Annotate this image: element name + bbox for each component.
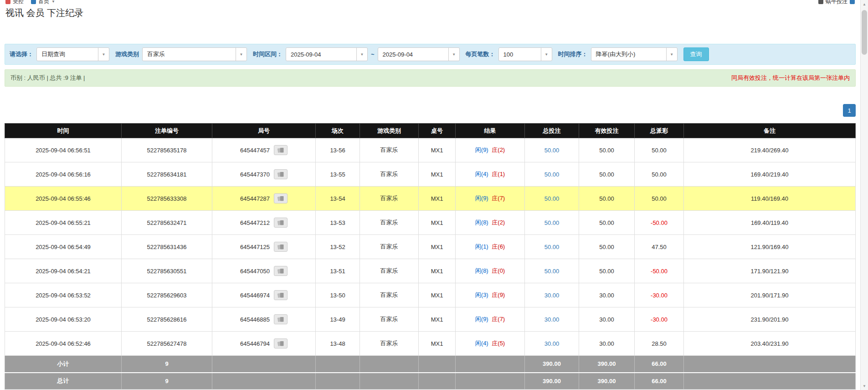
- time-sort-select[interactable]: 降幂(由大到小) ▼: [591, 47, 678, 61]
- filter-bar: 请选择： 日期查询 ▼ 游戏类别 百家乐 ▼ 时间区间： 2025-09-04 …: [5, 44, 856, 65]
- cards-icon: [277, 220, 284, 226]
- scrollbar-thumb[interactable]: [862, 10, 867, 55]
- cell-round: 645446885: [212, 307, 316, 332]
- round-id: 645447370: [240, 171, 270, 178]
- column-header: 总投注: [525, 124, 579, 138]
- cell-game-type: 百家乐: [360, 283, 419, 307]
- cell-result: 闲(4) 庄(5): [456, 332, 525, 356]
- cell-round: 645447370: [212, 162, 316, 187]
- view-cards-button[interactable]: [274, 338, 288, 348]
- cell-result: 闲(9) 庄(7): [456, 307, 525, 332]
- round-id: 645447050: [240, 268, 270, 275]
- view-cards-button[interactable]: [274, 169, 288, 179]
- per-page-label: 每页笔数：: [466, 50, 495, 58]
- chevron-down-icon: ▼: [666, 48, 677, 61]
- cell-session: 13-55: [316, 162, 360, 187]
- cell-round: 645447125: [212, 235, 316, 259]
- table-row: 2025-09-04 06:56:51 522785635178 6454474…: [5, 138, 856, 162]
- cell-result: 闲(8) 庄(2): [456, 211, 525, 235]
- round-id: 645447212: [240, 219, 270, 226]
- cell-time: 2025-09-04 06:55:46: [5, 187, 122, 211]
- cell-table-no: MX1: [419, 307, 456, 332]
- cards-icon: [277, 172, 284, 177]
- total-bet-link[interactable]: 50.00: [544, 244, 560, 250]
- cell-time: 2025-09-04 06:54:21: [5, 259, 122, 283]
- cell-bet-id: 522785635178: [122, 138, 212, 162]
- view-cards-button[interactable]: [274, 145, 288, 155]
- time-sort-label: 时间排序：: [558, 50, 588, 58]
- date-from-select[interactable]: 2025-09-04 ▼: [286, 47, 368, 61]
- per-page-select[interactable]: 100 ▼: [498, 47, 552, 61]
- cell-session: 13-49: [316, 307, 360, 332]
- page-button[interactable]: 1: [843, 104, 856, 117]
- view-cards-button[interactable]: [274, 290, 288, 300]
- cell-session: 13-53: [316, 211, 360, 235]
- chevron-down-icon: ▼: [236, 48, 247, 61]
- date-to-select[interactable]: 2025-09-04 ▼: [378, 47, 460, 61]
- table-row: 2025-09-04 06:54:49 522785631436 6454471…: [5, 235, 856, 259]
- round-id: 645447457: [240, 147, 270, 154]
- total-count: 9: [122, 373, 212, 390]
- view-cards-button[interactable]: [274, 193, 288, 203]
- table-row: 2025-09-04 06:56:16 522785634181 6454473…: [5, 162, 856, 187]
- top-chrome-strip: 受控 首页 ▼ 蜗牛投注: [5, 0, 856, 6]
- cell-table-no: MX1: [419, 283, 456, 307]
- topbar-item-home[interactable]: 首页 ▼: [31, 0, 55, 5]
- game-type-select[interactable]: 百家乐 ▼: [142, 47, 247, 61]
- cell-round: 645446974: [212, 283, 316, 307]
- result-player: 闲(4): [475, 171, 488, 177]
- pagination: 1: [5, 104, 856, 117]
- cell-bet-id: 522785634181: [122, 162, 212, 187]
- cell-total-bet: 30.00: [525, 283, 579, 307]
- search-button[interactable]: 查询: [683, 47, 709, 61]
- cell-payout: 50.00: [635, 162, 684, 187]
- column-header: 局号: [212, 124, 316, 138]
- date-query-select[interactable]: 日期查询 ▼: [36, 47, 109, 61]
- view-cards-button[interactable]: [274, 314, 288, 324]
- total-bet-link[interactable]: 30.00: [544, 292, 560, 299]
- total-bet-link[interactable]: 30.00: [544, 316, 560, 323]
- topbar-item-control[interactable]: 受控: [5, 0, 24, 5]
- table-row: 2025-09-04 06:55:46 522785633308 6454472…: [5, 187, 856, 211]
- subtotal-valid-bet: 390.00: [579, 356, 635, 373]
- cell-total-bet: 50.00: [525, 187, 579, 211]
- cell-game-type: 百家乐: [360, 211, 419, 235]
- view-cards-button[interactable]: [274, 242, 288, 252]
- total-bet-link[interactable]: 50.00: [544, 171, 560, 178]
- total-bet-link[interactable]: 50.00: [544, 147, 560, 154]
- total-bet-link[interactable]: 50.00: [544, 219, 560, 226]
- scrollbar-up-arrow-icon[interactable]: ▲: [861, 0, 868, 8]
- cell-valid-bet: 50.00: [579, 138, 635, 162]
- date-query-value: 日期查询: [37, 50, 70, 58]
- cell-valid-bet: 30.00: [579, 283, 635, 307]
- round-id: 645447287: [240, 195, 270, 202]
- result-player: 闲(9): [475, 146, 488, 153]
- total-bet-link[interactable]: 50.00: [544, 268, 560, 275]
- total-bet-link[interactable]: 30.00: [544, 340, 560, 347]
- total-bet-link[interactable]: 50.00: [544, 195, 560, 202]
- cell-time: 2025-09-04 06:54:49: [5, 235, 122, 259]
- cell-payout: 50.00: [635, 138, 684, 162]
- view-cards-button[interactable]: [274, 218, 288, 228]
- summary-bar: 币别 : 人民币 | 总共 :9 注单 | 同局有效投注，统一计算在该局第一张注…: [5, 69, 856, 87]
- view-cards-button[interactable]: [274, 266, 288, 276]
- red-app-icon: [5, 0, 10, 4]
- scrollbar-down-arrow-icon[interactable]: ▼: [861, 382, 868, 390]
- chevron-down-icon: ▼: [98, 48, 109, 61]
- table-row: 2025-09-04 06:55:21 522785632471 6454472…: [5, 211, 856, 235]
- cell-note: 121.90/169.40: [684, 235, 856, 259]
- total-payout: 66.00: [635, 373, 684, 390]
- cell-note: 219.40/269.40: [684, 138, 856, 162]
- cell-round: 645446794: [212, 332, 316, 356]
- cell-bet-id: 522785629603: [122, 283, 212, 307]
- cell-valid-bet: 50.00: [579, 187, 635, 211]
- round-id: 645446794: [240, 340, 270, 347]
- round-id: 645447125: [240, 244, 270, 250]
- column-header: 总派彩: [635, 124, 684, 138]
- result-player: 闲(4): [475, 340, 488, 347]
- cell-payout: 47.50: [635, 235, 684, 259]
- topbar-account-area[interactable]: 蜗牛投注: [818, 0, 855, 5]
- cell-table-no: MX1: [419, 162, 456, 187]
- vertical-scrollbar[interactable]: ▲ ▼: [860, 0, 868, 390]
- note-warning-text: 同局有效投注，统一计算在该局第一张注单内: [731, 74, 850, 82]
